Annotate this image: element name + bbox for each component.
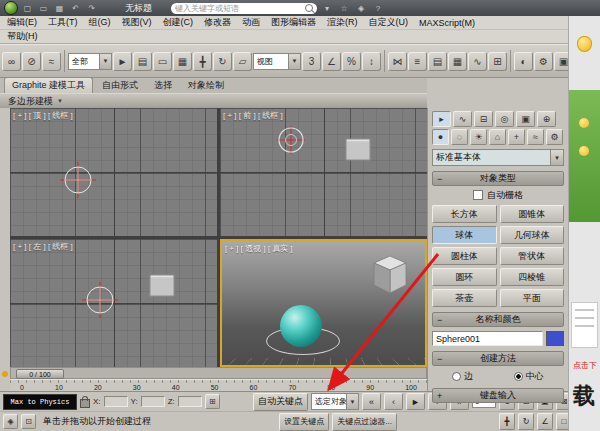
track-bar-ruler[interactable]: 0 10 20 30 40 50 60 70 80 90 100 <box>10 379 427 391</box>
object-name-input[interactable]: Sphere001 <box>432 331 543 346</box>
select-and-rotate-button[interactable]: ↻ <box>213 52 232 71</box>
hierarchy-tab-icon[interactable]: ⊟ <box>474 111 493 127</box>
3ds-max-logo-icon[interactable] <box>4 1 18 15</box>
motion-tab-icon[interactable]: ◎ <box>495 111 514 127</box>
menu-group[interactable]: 组(G) <box>89 16 111 29</box>
chevron-down-icon[interactable]: ▼ <box>346 394 358 409</box>
menu-tools[interactable]: 工具(T) <box>48 16 78 29</box>
schematic-view-button[interactable]: ⊞ <box>488 52 507 71</box>
geometry-category-icon[interactable]: ● <box>432 129 449 145</box>
tab-graphite-modeling-tools[interactable]: Graphite 建模工具 <box>4 77 93 93</box>
menu-create[interactable]: 创建(C) <box>163 16 194 29</box>
teal-sphere-object[interactable] <box>280 305 322 347</box>
render-setup-button[interactable]: ⚙ <box>534 52 553 71</box>
object-button-torus[interactable]: 圆环 <box>432 268 497 286</box>
menu-rendering[interactable]: 渲染(R) <box>327 16 358 29</box>
isolate-selection-icon[interactable]: ◈ <box>3 414 18 429</box>
display-tab-icon[interactable]: ▣ <box>516 111 535 127</box>
menu-modifiers[interactable]: 修改器 <box>204 16 231 29</box>
play-button[interactable]: ► <box>406 393 425 410</box>
chevron-down-icon[interactable]: ▼ <box>550 150 563 165</box>
snaps-toggle-button[interactable]: 3 <box>302 52 321 71</box>
time-slider-button[interactable]: 0 / 100 <box>16 369 64 379</box>
select-and-link-button[interactable]: ∞ <box>2 52 21 71</box>
new-scene-icon[interactable]: ▢ <box>21 2 34 14</box>
viewport-front-label[interactable]: [ + ] [ 前 ] [ 线框 ] <box>223 110 283 121</box>
z-coordinate-field[interactable] <box>178 396 202 407</box>
menu-help[interactable]: 帮助(H) <box>7 30 38 43</box>
redo-icon[interactable]: ↷ <box>85 2 98 14</box>
favorites-icon[interactable]: ☆ <box>337 2 351 14</box>
key-filters-button[interactable]: 关键点过滤器... <box>332 413 397 431</box>
object-button-plane[interactable]: 平面 <box>500 289 565 307</box>
rollout-name-and-color[interactable]: 名称和颜色 <box>432 312 564 327</box>
chevron-down-icon[interactable]: ▼ <box>288 54 300 69</box>
rollout-object-type[interactable]: 对象类型 <box>432 171 564 186</box>
mirror-button[interactable]: ⋈ <box>388 52 407 71</box>
graphite-ribbon-toggle-button[interactable]: ▦ <box>448 52 467 71</box>
tab-selection[interactable]: 选择 <box>147 78 179 93</box>
object-button-tube[interactable]: 管状体 <box>500 247 565 265</box>
radio-edge[interactable]: 边 <box>452 370 473 383</box>
angle-snap-toggle-button[interactable]: ∠ <box>322 52 341 71</box>
selection-lock-icon[interactable]: ⊡ <box>21 414 36 429</box>
material-editor-button[interactable]: ◐ <box>514 52 533 71</box>
select-and-move-button[interactable]: ╋ <box>193 52 212 71</box>
field-of-view-button[interactable]: ∠ <box>537 413 553 430</box>
rollout-creation-method[interactable]: 创建方法 <box>432 351 564 366</box>
time-slider-track[interactable]: 0 / 100 <box>10 367 427 379</box>
open-file-icon[interactable]: ▭ <box>37 2 50 14</box>
lock-selection-icon[interactable] <box>80 399 90 408</box>
previous-frame-button[interactable]: ‹ <box>384 393 403 410</box>
object-color-swatch[interactable] <box>546 331 564 346</box>
primitive-type-combo[interactable]: 标准基本体 ▼ <box>432 149 564 166</box>
orbit-button[interactable]: ↻ <box>518 413 534 430</box>
viewport-perspective-active[interactable]: [ + ] [ 透视 ] [ 真实 ] <box>220 239 427 367</box>
search-dropdown-icon[interactable]: ▾ <box>320 2 334 14</box>
help-icon[interactable]: ? <box>371 2 385 14</box>
object-button-cone[interactable]: 圆锥体 <box>500 205 565 223</box>
undo-icon[interactable]: ↶ <box>69 2 82 14</box>
autogrid-checkbox[interactable] <box>473 190 483 200</box>
rollout-keyboard-entry[interactable]: 键盘输入 <box>432 388 564 403</box>
menu-views[interactable]: 视图(V) <box>122 16 152 29</box>
infocenter-search-input[interactable]: 键入关键字或短语 <box>171 3 317 14</box>
pan-button[interactable]: ╋ <box>499 413 515 430</box>
create-tab-icon[interactable]: ▸ <box>432 111 451 127</box>
select-object-button[interactable]: ► <box>113 52 132 71</box>
viewport-front[interactable]: [ + ] [ 前 ] [ 线框 ] <box>220 108 427 236</box>
select-by-name-button[interactable]: ▤ <box>133 52 152 71</box>
menu-edit[interactable]: 编辑(E) <box>7 16 37 29</box>
object-button-geosphere[interactable]: 几何球体 <box>500 226 565 244</box>
viewport-left-label[interactable]: [ + ] [ 左 ] [ 线框 ] <box>13 241 73 252</box>
auto-key-button[interactable]: 自动关键点 <box>253 393 308 411</box>
object-button-teapot[interactable]: 茶壶 <box>432 289 497 307</box>
search-icon[interactable] <box>305 4 313 12</box>
polygon-modeling-panel-bar[interactable]: 多边形建模 ▼ <box>0 93 427 108</box>
lights-category-icon[interactable]: ☀ <box>470 129 487 145</box>
utilities-tab-icon[interactable]: ⊕ <box>537 111 556 127</box>
rectangular-selection-region-button[interactable]: ▭ <box>153 52 172 71</box>
viewport-top[interactable]: [ + ] [ 顶 ] [ 线框 ] <box>10 108 217 236</box>
spacewarps-category-icon[interactable]: ≈ <box>527 129 544 145</box>
viewport-perspective-label[interactable]: [ + ] [ 透视 ] [ 真实 ] <box>225 243 293 254</box>
bind-to-space-warp-button[interactable]: ≈ <box>42 52 61 71</box>
menu-customize[interactable]: 自定义(U) <box>369 16 409 29</box>
y-coordinate-field[interactable] <box>141 396 165 407</box>
communication-center-icon[interactable]: ◈ <box>354 2 368 14</box>
x-coordinate-field[interactable] <box>104 396 128 407</box>
cameras-category-icon[interactable]: ⌂ <box>489 129 506 145</box>
selected-objects-combo[interactable]: 选定对象 ▼ <box>311 393 359 410</box>
shapes-category-icon[interactable]: ◌ <box>451 129 468 145</box>
tab-object-paint[interactable]: 对象绘制 <box>181 78 231 93</box>
window-crossing-toggle-button[interactable]: ▦ <box>173 52 192 71</box>
viewport-left[interactable]: [ + ] [ 左 ] [ 线框 ] <box>10 239 217 367</box>
align-button[interactable]: ≡ <box>408 52 427 71</box>
object-button-sphere[interactable]: 球体 <box>432 226 497 244</box>
messenger-app-icon[interactable] <box>577 36 592 52</box>
systems-category-icon[interactable]: ⚙ <box>546 129 563 145</box>
object-button-box[interactable]: 长方体 <box>432 205 497 223</box>
helpers-category-icon[interactable]: + <box>508 129 525 145</box>
chevron-down-icon[interactable]: ▼ <box>99 54 111 69</box>
unlink-selection-button[interactable]: ⊘ <box>22 52 41 71</box>
